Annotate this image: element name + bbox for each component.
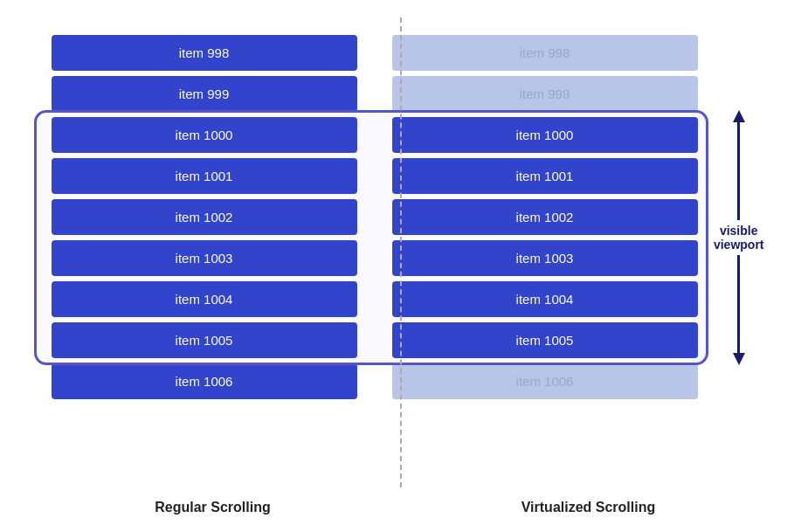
virt-item-1000: item 1000 [392, 117, 698, 153]
virt-item-1001: item 1001 [392, 158, 698, 194]
regular-item-1006: item 1006 [52, 363, 357, 399]
arrow-down-icon [733, 353, 745, 365]
column-divider [400, 17, 402, 487]
regular-item-1003: item 1003 [52, 240, 357, 276]
regular-item-999: item 999 [52, 76, 357, 112]
arrow-up-icon [733, 110, 745, 122]
regular-item-1004: item 1004 [52, 281, 357, 317]
regular-item-1005: item 1005 [52, 322, 357, 358]
regular-item-1002: item 1002 [52, 199, 357, 235]
regular-item-1001: item 1001 [52, 158, 357, 194]
regular-scrolling-label: Regular Scrolling [25, 500, 401, 515]
virt-item-1002: item 1002 [392, 199, 698, 235]
virt-item-1005: item 1005 [392, 322, 698, 358]
virt-item-998: item 998 [392, 35, 698, 71]
arrow-line-bottom [737, 255, 740, 353]
virt-item-1003: item 1003 [392, 240, 698, 276]
virt-item-1006: item 1006 [392, 363, 698, 399]
labels-row: Regular Scrolling Virtualized Scrolling [25, 500, 777, 515]
virtualized-scrolling-label: Virtualized Scrolling [401, 500, 777, 515]
virt-item-1004: item 1004 [392, 281, 698, 317]
viewport-label: visible viewport [714, 224, 764, 252]
regular-item-1000: item 1000 [52, 117, 357, 153]
arrow-line-top [737, 122, 740, 220]
diagram: item 998 item 998 item 999 [25, 17, 777, 515]
viewport-arrow: visible viewport [714, 110, 764, 365]
regular-item-998: item 998 [52, 35, 357, 71]
virt-item-999: item 999 [392, 76, 698, 112]
